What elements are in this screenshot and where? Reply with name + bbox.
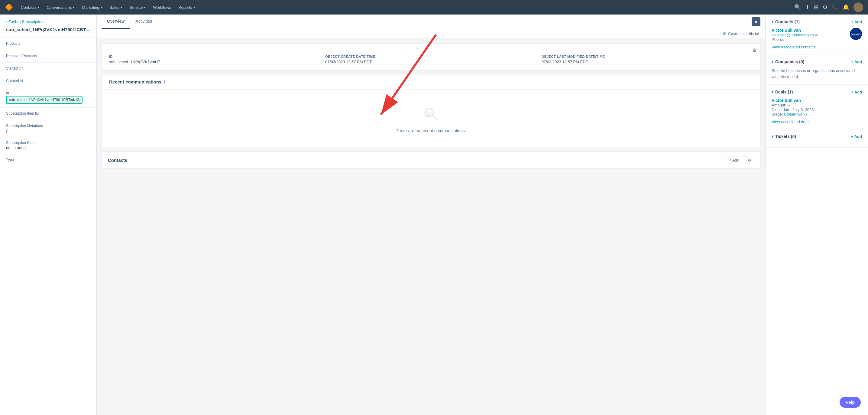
right-tickets-section: ▾ Tickets (0) + Add: [766, 129, 868, 148]
contacts-card: Contacts + Add ⚙: [101, 152, 761, 169]
nav-service[interactable]: Service ▾: [127, 3, 149, 11]
right-companies-header: ▾ Companies (0) + Add: [772, 59, 862, 64]
prop-value-subscription-status: not_started: [6, 146, 90, 150]
info-col-create-value: 07/03/2023 12:57 PM EDT: [325, 60, 536, 64]
sidebar-prop-removed-products: Removed Products: [0, 50, 96, 63]
hubspot-logo[interactable]: 🔶: [5, 3, 13, 11]
prop-label-created-at: Created At: [6, 79, 90, 83]
prop-label-id: Id: [6, 91, 90, 95]
contact-card: Victor Sullivan vsullivan@infoseek.com ⧉…: [772, 28, 862, 42]
prop-label-type: Type: [6, 157, 90, 162]
nav-contacts[interactable]: Contacts ▾: [18, 3, 42, 11]
svg-text:DISNEY: DISNEY: [851, 33, 861, 36]
right-contacts-header: ▾ Contacts (1) + Add: [772, 19, 862, 24]
prop-label-subscription-metadata: Subscription Metatdata: [6, 124, 90, 128]
right-tickets-title-label: Tickets (0): [775, 134, 796, 139]
nav-reports[interactable]: Reports ▾: [175, 3, 198, 11]
sidebar-prop-products: Products: [0, 38, 96, 50]
tickets-add-link[interactable]: + Add: [851, 134, 862, 139]
contact-name[interactable]: Victor Sullivan: [772, 28, 850, 33]
nav-sales[interactable]: Sales ▾: [107, 3, 126, 11]
view-contacts-link[interactable]: View associated contacts: [772, 45, 862, 49]
deal-name[interactable]: Victor Sullivan: [772, 98, 862, 103]
contact-info: Victor Sullivan vsullivan@infoseek.com ⧉…: [772, 28, 850, 42]
back-chevron-icon: ‹: [6, 19, 7, 24]
notifications-icon[interactable]: 🔔: [843, 4, 849, 10]
nav-action-icons: 🔍 ⬆ ⊞ ⚙ 📞 🔔: [794, 2, 863, 12]
info-table: ID sub_sched_1NPq3VK1vmH7... OBJECT CREA…: [109, 55, 753, 64]
expand-tabs-button[interactable]: »: [752, 17, 761, 26]
recent-comms-info-icon[interactable]: ℹ: [164, 80, 165, 84]
recent-comms-title: Recent communications: [109, 79, 161, 84]
tab-activities[interactable]: Activities: [130, 14, 157, 29]
right-companies-title-label: Companies (0): [775, 59, 804, 64]
settings-icon[interactable]: ⚙: [823, 4, 828, 10]
deal-amount: Amount: --: [772, 103, 862, 108]
nav-conversations[interactable]: Conversations ▾: [43, 3, 78, 11]
phone-icon[interactable]: 📞: [832, 4, 838, 10]
main-layout: ‹ Zaybra Subscriptions sub_sched_1NPq3VK…: [0, 14, 868, 415]
tickets-collapse-icon[interactable]: ▾: [772, 134, 773, 139]
right-deals-section: ▾ Deals (1) + Add Victor Sullivan Amount…: [766, 85, 868, 129]
upgrade-icon[interactable]: ⬆: [805, 4, 810, 10]
nav-marketing[interactable]: Marketing ▾: [79, 3, 105, 11]
right-contacts-title-label: Contacts (1): [775, 19, 800, 24]
prop-label-removed-products: Removed Products: [6, 54, 90, 58]
sidebar-prop-created-at: Created At: [0, 75, 96, 87]
tab-overview[interactable]: Overview: [101, 14, 130, 29]
sidebar-prop-started-on: Started On: [0, 63, 96, 75]
prop-value-subscription-metadata: {}: [6, 128, 90, 133]
contact-email[interactable]: vsullivan@infoseek.com ⧉: [772, 33, 850, 37]
contacts-gear-button[interactable]: ⚙: [745, 156, 754, 164]
sidebar-prop-type: Type: [0, 154, 96, 166]
customize-tab-label: Customize this tab: [728, 31, 761, 36]
help-button[interactable]: Help: [840, 397, 861, 408]
info-col-id: ID sub_sched_1NPq3VK1vmH7...: [109, 55, 320, 64]
view-deals-link[interactable]: View associated deals: [772, 119, 862, 124]
customize-tab-link[interactable]: ⚙ Customize this tab: [723, 31, 761, 36]
deal-card: Victor Sullivan Amount: -- Close date: J…: [772, 98, 862, 116]
right-companies-title: ▾ Companies (0): [772, 59, 804, 64]
right-contacts-title: ▾ Contacts (1): [772, 19, 800, 24]
nav-workflows[interactable]: Workflows: [150, 3, 174, 11]
deals-collapse-icon[interactable]: ▾: [772, 90, 773, 94]
marketplace-icon[interactable]: ⊞: [814, 4, 818, 10]
contacts-add-button[interactable]: + Add: [725, 156, 743, 164]
content-area: ⚙ ID sub_sched_1NPq3VK1vmH7... OBJECT CR…: [97, 39, 765, 174]
right-tickets-header: ▾ Tickets (0) + Add: [772, 134, 862, 139]
sidebar-prop-id: Id sub_sched_1NPq3VK1vmH7901fCBTedztG: [0, 87, 96, 108]
deal-stage-value[interactable]: Closed won ▾: [784, 112, 807, 116]
disney-logo: DISNEY: [850, 28, 862, 40]
prop-label-products: Products: [6, 41, 90, 46]
back-link-label[interactable]: Zaybra Subscriptions: [8, 19, 45, 24]
contacts-card-title: Contacts: [108, 157, 127, 163]
top-navigation: 🔶 Contacts ▾ Conversations ▾ Marketing ▾…: [0, 0, 868, 14]
contacts-collapse-icon[interactable]: ▾: [772, 20, 773, 24]
sidebar-prop-subscription-status: Subscription Status not_started: [0, 137, 96, 154]
sidebar-prop-subscription-metadata: Subscription Metatdata {}: [0, 120, 96, 137]
deals-add-link[interactable]: + Add: [851, 90, 862, 94]
deal-close-date: Close date: July 6, 2023: [772, 108, 862, 112]
info-col-modified-date: OBJECT LAST MODIFIED DATE/TIME 07/03/202…: [541, 55, 753, 64]
deal-stage-dropdown-icon[interactable]: ▾: [806, 113, 807, 116]
tabs-bar: Overview Activities »: [97, 14, 765, 29]
right-deals-title: ▾ Deals (1): [772, 90, 793, 94]
empty-search-icon: [421, 104, 441, 123]
customize-bar: ⚙ Customize this tab: [97, 29, 765, 39]
info-card-gear-icon[interactable]: ⚙: [752, 48, 756, 53]
contacts-add-link[interactable]: + Add: [851, 20, 862, 24]
companies-collapse-icon[interactable]: ▾: [772, 60, 773, 64]
search-icon[interactable]: 🔍: [794, 4, 801, 10]
info-col-id-label: ID: [109, 55, 320, 58]
copy-email-icon[interactable]: ⧉: [815, 33, 817, 37]
prop-value-id: sub_sched_1NPq3VK1vmH7901fCBTedztG: [6, 96, 83, 104]
record-id-header: sub_sched_1NPq3VK1vmH7901fCBT...: [6, 26, 90, 33]
right-sidebar: ▾ Contacts (1) + Add Victor Sullivan vsu…: [765, 14, 868, 415]
info-card: ⚙ ID sub_sched_1NPq3VK1vmH7... OBJECT CR…: [101, 43, 761, 70]
contact-phone: Phone: --: [772, 37, 850, 42]
back-link[interactable]: ‹ Zaybra Subscriptions: [6, 19, 90, 24]
companies-add-link[interactable]: + Add: [851, 60, 862, 64]
user-avatar[interactable]: [854, 2, 863, 12]
sidebar-prop-subscription-item-id: Subscription Item ID: [0, 108, 96, 120]
info-col-modified-value: 07/03/2023 12:57 PM EDT: [541, 60, 753, 64]
